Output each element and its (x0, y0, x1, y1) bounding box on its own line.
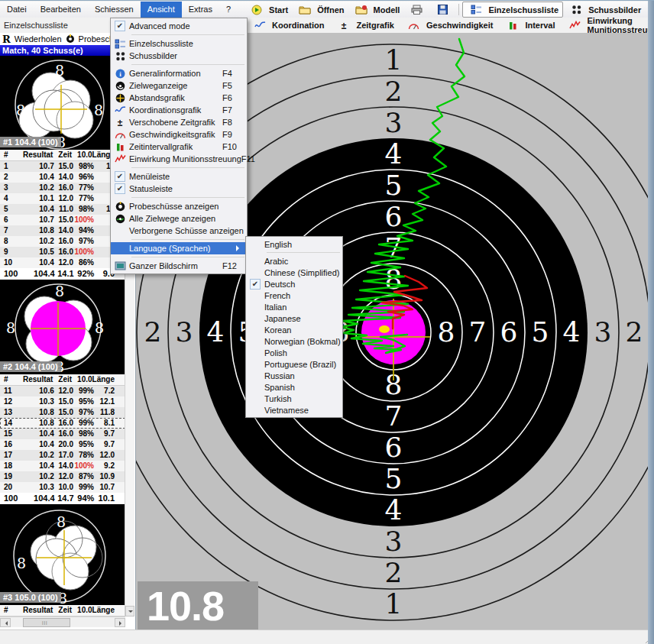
menu-item-polish[interactable]: Polish (246, 347, 342, 358)
table-cell: 77% (73, 193, 94, 204)
table-row[interactable]: 1810.414.0100%9.2 (0, 461, 125, 471)
toolbar-main: StartÖffnenModellEinzelschusslisteSchuss… (244, 2, 654, 18)
menu-item-deutsch[interactable]: ✔Deutsch (246, 278, 342, 290)
koordination-button[interactable]: Koordination (251, 21, 324, 30)
menu-item-turkish[interactable]: Turkish (246, 393, 342, 404)
menu-item-russian[interactable]: Russian (246, 370, 342, 381)
table-row[interactable]: 1010.412.086%8 (0, 257, 125, 268)
table-row[interactable]: 1310.815.097%11.8 (0, 407, 125, 418)
menubar-item-ansicht[interactable]: Ansicht (141, 2, 182, 18)
menu-item-schussbilder[interactable]: Schussbilder (111, 50, 247, 62)
table-row[interactable]: 810.216.097%9 (0, 236, 125, 247)
repeat-button[interactable]: Wiederholen (15, 34, 62, 44)
shot-group-thumbnail-2[interactable]: 8 8 8 8 #2 104.4 (100) (0, 280, 125, 374)
table-row[interactable]: 1710.217.078%12.0 (0, 450, 125, 461)
menu-item-verschobene-zeitgrafik[interactable]: ±Verschobene ZeitgrafikF8 (111, 116, 247, 128)
menu-item-label: Norwegian (Bokmal) (264, 337, 341, 346)
ffnen-button[interactable]: Öffnen (292, 2, 348, 17)
table-row[interactable]: 710.814.094%8 (0, 225, 125, 236)
save-icon-button[interactable] (429, 2, 455, 17)
menu-item-korean[interactable]: Korean (246, 324, 342, 335)
menu-item-english[interactable]: English (246, 238, 342, 250)
menubar-item-schiessen[interactable]: Schiessen (88, 2, 141, 18)
menu-item-spanish[interactable]: Spanish (246, 381, 342, 393)
menu-item-advanced-mode[interactable]: ✔Advanced mode (111, 20, 247, 32)
checkmark-icon: ✔ (246, 279, 264, 290)
menu-item-ganzer-bildschirm[interactable]: Ganzer BildschirmF12 (111, 260, 247, 272)
menu-item-men-leiste[interactable]: ✔Menüleiste (111, 170, 247, 183)
table-cell: 10.5 (15, 247, 54, 257)
menu-item-language-sprachen-[interactable]: Language (Sprachen) (111, 242, 247, 254)
menu-item-einwirkung-munitionsstreuung[interactable]: Einwirkung MunitionsstreuungF11 (111, 153, 247, 165)
einwirkungmunitionsstreuung-button[interactable]: Einwirkung Munitionsstreuung (566, 16, 654, 34)
menu-item-statusleiste[interactable]: ✔Statusleiste (111, 183, 247, 195)
printer-icon-button[interactable] (403, 2, 429, 17)
menu-item-italian[interactable]: Italian (246, 301, 342, 312)
open-folder-icon (296, 5, 314, 15)
submenu-arrow-icon (236, 245, 242, 251)
menu-item-zeitintervallgrafik[interactable]: ZeitintervallgrafikF10 (111, 141, 247, 153)
menu-item-french[interactable]: French (246, 290, 342, 301)
table-row[interactable]: 510.411.098%10 (0, 204, 125, 215)
menu-item-arabic[interactable]: Arabic (246, 255, 342, 267)
table-row[interactable]: 210.414.096%8 (0, 172, 125, 183)
menu-separator (267, 252, 340, 253)
table-cell: 15.0 (54, 215, 73, 225)
table-row[interactable]: 610.715.0100%8 (0, 215, 125, 225)
menu-item-label: Advanced mode (129, 21, 242, 31)
menu-separator (131, 239, 244, 240)
table-row[interactable]: 1910.212.087%10.9 (0, 471, 125, 482)
table-row[interactable]: 2010.310.099%10.7 (0, 482, 125, 493)
menu-item-alle-zielwege-anzeigen[interactable]: Alle Zielwege anzeigen (111, 212, 247, 225)
table-row[interactable]: 1210.315.095%12.1 (0, 396, 125, 407)
menu-item-generalinformation[interactable]: iGeneralinformationF4 (111, 67, 247, 79)
table-row[interactable]: 1610.420.095%9.7 (0, 439, 125, 450)
scroll-right-icon[interactable] (115, 618, 125, 627)
scroll-left-icon[interactable] (0, 618, 11, 627)
toolbar-button-label: Öffnen (317, 5, 344, 15)
table-cell: 10.4 (15, 172, 54, 183)
horizontal-scrollbar[interactable] (0, 616, 125, 627)
menubar-item-datei[interactable]: Datei (0, 2, 34, 18)
table-row[interactable]: 310.216.077%8 (0, 183, 125, 193)
menu-items: DateiBearbeitenSchiessenAnsichtExtras? (0, 2, 238, 18)
table-row[interactable]: 1110.612.099%7.2 (0, 386, 125, 396)
menubar-item-extras[interactable]: Extras (182, 2, 219, 18)
interval-button[interactable]: Interval (503, 21, 555, 31)
menubar-item-?[interactable]: ? (219, 2, 238, 18)
table-cell: 14.0 (54, 172, 73, 183)
table-row[interactable]: 1410.816.099%8.1 (0, 418, 125, 429)
menu-item-label: Language (Sprachen) (129, 244, 235, 253)
svg-text:±: ± (118, 118, 123, 128)
menu-item-abstandsgrafik[interactable]: AbstandsgrafikF6 (111, 92, 247, 104)
menu-item-zielweganzeige[interactable]: ZielweganzeigeF5 (111, 79, 247, 92)
shot-group-thumbnail-3[interactable]: 8 8 8 #3 105.0 (100) (0, 504, 125, 605)
table-cell: 96% (73, 172, 94, 183)
shot-pictures-icon (111, 51, 129, 61)
table-row[interactable]: 410.112.077%9 (0, 193, 125, 204)
svg-text:8: 8 (95, 319, 104, 336)
geschwindigkeit-button[interactable]: Geschwindigkeit (405, 21, 493, 30)
table-row[interactable]: 910.516.0100%8 (0, 247, 125, 257)
schussbilder-button[interactable]: Schussbilder (563, 2, 645, 17)
menu-item-verborgene-sch-sse-anzeigen[interactable]: Verborgene Schüsse anzeigen (111, 225, 247, 237)
scrollbar-thumb[interactable] (23, 618, 70, 627)
scroll-down-icon[interactable] (125, 606, 134, 616)
modell-button[interactable]: Modell (348, 2, 404, 17)
menu-item-einzelschussliste[interactable]: Einzelschussliste (111, 37, 247, 50)
zeitgrafik-button[interactable]: ±Zeitgrafik (335, 21, 394, 31)
menubar-item-bearbeiten[interactable]: Bearbeiten (34, 2, 88, 18)
menu-item-vietnamese[interactable]: Vietnamese (246, 404, 342, 416)
menu-item-koordinationsgrafik[interactable]: KoordinationsgrafikF7 (111, 104, 247, 116)
menu-item-portuguese-brazil-[interactable]: Portuguese (Brazil) (246, 358, 342, 370)
menu-item-japanese[interactable]: Japanese (246, 312, 342, 324)
menu-item-chinese-simplified-[interactable]: Chinese (Simplified) (246, 267, 342, 278)
menu-item-norwegian-bokmal-[interactable]: Norwegian (Bokmal) (246, 335, 342, 347)
menu-item-probesch-sse-anzeigen[interactable]: Probeschüsse anzeigen (111, 200, 247, 212)
table-row[interactable]: 110.715.098%10 (0, 161, 125, 172)
einzelschussliste-button[interactable]: Einzelschussliste (462, 2, 563, 18)
start-button[interactable]: Start (244, 2, 292, 17)
table-row[interactable]: 1510.416.098%9.7 (0, 429, 125, 439)
menu-item-geschwindigkeitsgrafik[interactable]: GeschwindigkeitsgrafikF9 (111, 128, 247, 141)
shot-group-thumbnail-1[interactable]: 8 8 8 8 #1 104.4 (100) (0, 56, 125, 150)
